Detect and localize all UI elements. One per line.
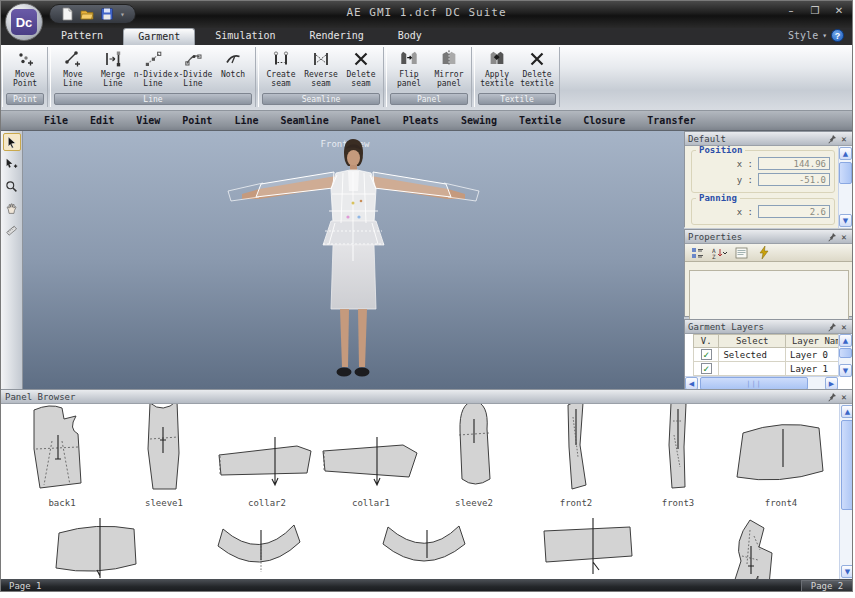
pattern-piece-shape xyxy=(380,516,468,579)
panel-browser-scrollbar[interactable]: ▲ ▼ xyxy=(839,404,853,579)
status-page-right[interactable]: Page 2 xyxy=(801,580,853,592)
layers-horizontal-scrollbar[interactable]: ◀ ||| ▶ xyxy=(685,376,838,390)
pan-tool-button[interactable] xyxy=(3,199,21,217)
scroll-down-icon[interactable]: ▼ xyxy=(841,565,853,578)
menu-line[interactable]: Line xyxy=(223,112,269,129)
ribbon-button-label: Create seam xyxy=(267,70,296,88)
flip-panel-button[interactable]: Flip panel xyxy=(389,47,429,88)
n-divide-line-button[interactable]: n-Divide Line xyxy=(133,47,173,88)
pattern-piece-sleeve1[interactable]: sleeve1 xyxy=(113,404,215,508)
move-tool-button[interactable] xyxy=(3,155,21,173)
delete-textile-button[interactable]: Delete textile xyxy=(517,47,557,88)
zoom-tool-button[interactable] xyxy=(3,177,21,195)
pattern-piece-sleeve2[interactable]: sleeve2 xyxy=(423,404,525,508)
create-seam-button[interactable]: Create seam xyxy=(261,47,301,88)
menu-panel[interactable]: Panel xyxy=(340,112,392,129)
notch-button[interactable]: Notch xyxy=(213,47,253,79)
x-divide-line-icon xyxy=(183,49,203,69)
help-icon[interactable]: ? xyxy=(831,29,844,42)
layer-row[interactable]: ✓Layer 1 xyxy=(694,362,853,376)
scrollbar-thumb[interactable] xyxy=(839,162,852,184)
menu-sewing[interactable]: Sewing xyxy=(450,112,508,129)
scroll-up-icon[interactable]: ▲ xyxy=(839,334,852,347)
scroll-down-icon[interactable]: ▼ xyxy=(839,214,852,227)
ribbon-group-label: Point xyxy=(6,93,44,105)
pattern-piece[interactable] xyxy=(506,516,670,579)
layers-column-header[interactable]: V. xyxy=(694,335,719,348)
pattern-piece-shape xyxy=(714,516,788,579)
scroll-up-icon[interactable]: ▲ xyxy=(839,147,852,160)
pattern-piece[interactable] xyxy=(342,516,506,579)
default-panel-scrollbar[interactable]: ▲ ▼ xyxy=(838,146,852,228)
menu-closure[interactable]: Closure xyxy=(572,112,636,129)
pin-icon[interactable] xyxy=(826,321,838,332)
panning-x-field[interactable]: 2.6 xyxy=(758,205,830,218)
select-tool-button[interactable] xyxy=(3,133,21,151)
close-panel-icon[interactable]: ✕ xyxy=(838,231,850,242)
tab-garment[interactable]: Garment xyxy=(123,28,195,45)
tab-pattern[interactable]: Pattern xyxy=(47,28,117,45)
pattern-piece[interactable] xyxy=(15,516,179,579)
categorized-icon[interactable] xyxy=(690,246,705,260)
menu-file[interactable]: File xyxy=(33,112,79,129)
close-panel-icon[interactable]: ✕ xyxy=(838,133,850,144)
x-divide-line-button[interactable]: x-Divide Line xyxy=(173,47,213,88)
pattern-piece-back1[interactable]: back1 xyxy=(11,404,113,508)
close-panel-icon[interactable]: ✕ xyxy=(838,391,850,402)
close-panel-icon[interactable]: ✕ xyxy=(838,321,850,332)
panning-group-label: Panning xyxy=(696,193,740,203)
position-x-field[interactable]: 144.96 xyxy=(758,157,830,170)
alphabetical-sort-icon[interactable]: AZ xyxy=(712,246,727,260)
pattern-piece-shape xyxy=(319,435,423,497)
3d-viewport[interactable]: FrontView xyxy=(23,131,684,389)
pin-icon[interactable] xyxy=(826,231,838,242)
mirror-panel-button[interactable]: Mirror panel xyxy=(429,47,469,88)
layer-select-cell[interactable] xyxy=(719,362,786,376)
tab-body[interactable]: Body xyxy=(384,28,436,45)
events-icon[interactable] xyxy=(756,246,771,260)
style-dropdown-caret[interactable]: ▾ xyxy=(822,31,827,40)
tab-simulation[interactable]: Simulation xyxy=(201,28,289,45)
pattern-piece-front2[interactable]: front2 xyxy=(525,404,627,508)
measure-tool-button[interactable] xyxy=(3,221,21,239)
layer-select-cell[interactable]: Selected xyxy=(719,348,786,362)
layers-vertical-scrollbar[interactable]: ▲ ▼ xyxy=(838,334,852,377)
scroll-up-icon[interactable]: ▲ xyxy=(841,405,853,418)
reverse-seam-button[interactable]: Reverse seam xyxy=(301,47,341,88)
scrollbar-thumb[interactable] xyxy=(839,348,852,358)
menu-pleats[interactable]: Pleats xyxy=(392,112,450,129)
layer-visible-checkbox[interactable]: ✓ xyxy=(701,363,712,374)
layer-row[interactable]: ✓SelectedLayer 0 xyxy=(694,348,853,362)
maximize-button[interactable]: ❐ xyxy=(808,5,822,16)
tab-rendering[interactable]: Rendering xyxy=(296,28,378,45)
pattern-piece-front3[interactable]: front3 xyxy=(627,404,729,508)
minimize-button[interactable]: – xyxy=(784,5,798,16)
application-menu-button[interactable]: Dc xyxy=(5,3,43,41)
delete-seam-button[interactable]: Delete seam xyxy=(341,47,381,88)
layers-column-header[interactable]: Select xyxy=(719,335,786,348)
menu-textile[interactable]: Textile xyxy=(508,112,572,129)
move-point-button[interactable]: Move Point xyxy=(5,47,45,88)
pattern-piece[interactable] xyxy=(179,516,343,579)
move-line-button[interactable]: Move Line xyxy=(53,47,93,88)
position-y-field[interactable]: -51.0 xyxy=(758,173,830,186)
menu-point[interactable]: Point xyxy=(171,112,223,129)
menu-transfer[interactable]: Transfer xyxy=(636,112,706,129)
close-button[interactable]: ✕ xyxy=(832,5,846,16)
property-pages-icon[interactable] xyxy=(734,246,749,260)
menu-edit[interactable]: Edit xyxy=(79,112,125,129)
pattern-piece-front4[interactable]: front4 xyxy=(729,417,833,508)
style-dropdown[interactable]: Style xyxy=(788,30,818,41)
scrollbar-thumb[interactable] xyxy=(841,420,853,510)
pattern-piece-collar2[interactable]: collar2 xyxy=(215,435,319,508)
menu-view[interactable]: View xyxy=(125,112,171,129)
merge-line-button[interactable]: Merge Line xyxy=(93,47,133,88)
apply-textile-button[interactable]: Apply textile xyxy=(477,47,517,88)
pattern-piece[interactable] xyxy=(669,516,833,579)
menu-seamline[interactable]: Seamline xyxy=(269,112,339,129)
scroll-down-icon[interactable]: ▼ xyxy=(839,364,852,377)
layer-visible-checkbox[interactable]: ✓ xyxy=(701,349,712,360)
pattern-piece-collar1[interactable]: collar1 xyxy=(319,435,423,508)
pin-icon[interactable] xyxy=(826,391,838,402)
pin-icon[interactable] xyxy=(826,133,838,144)
